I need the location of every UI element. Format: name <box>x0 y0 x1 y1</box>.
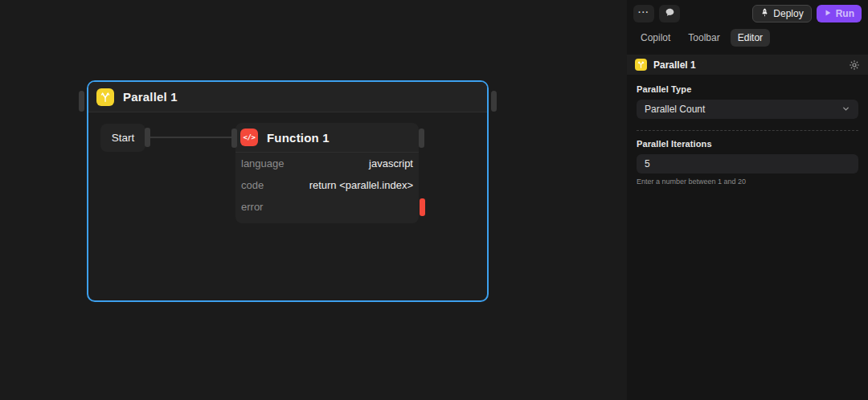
node-settings-button[interactable] <box>849 59 860 71</box>
function-row-code[interactable]: code return <parallel.index> <box>235 174 419 196</box>
chevron-down-icon <box>841 102 850 116</box>
row-value: javascript <box>369 157 413 169</box>
deploy-button-label: Deploy <box>773 8 803 19</box>
parallel-branch-icon <box>635 59 647 71</box>
panel-content: Parallel Type Parallel Count Parallel It… <box>627 75 868 186</box>
parallel-iterations-label: Parallel Iterations <box>637 139 858 149</box>
function-output-handle[interactable] <box>419 129 424 148</box>
panel-toolbar: ··· Deploy <box>627 0 868 22</box>
workflow-canvas[interactable]: Parallel 1 Start </> Function 1 language <box>0 0 627 400</box>
start-node[interactable]: Start <box>100 124 145 152</box>
section-divider <box>637 130 858 131</box>
group-input-handle[interactable] <box>79 91 84 112</box>
selected-node-header[interactable]: Parallel 1 <box>627 55 868 75</box>
run-button[interactable]: Run <box>817 5 862 22</box>
tab-toolbar[interactable]: Toolbar <box>681 29 727 47</box>
chat-icon <box>665 6 675 21</box>
start-output-handle[interactable] <box>145 128 150 147</box>
parallel-type-label: Parallel Type <box>637 84 858 94</box>
parallel-group-title: Parallel 1 <box>123 90 178 104</box>
rocket-icon <box>760 8 769 19</box>
parallel-type-select[interactable]: Parallel Count <box>637 100 858 119</box>
code-icon: </> <box>240 129 258 146</box>
row-value: return <parallel.index> <box>309 179 413 191</box>
row-label: code <box>241 179 264 191</box>
error-output-handle[interactable] <box>420 198 425 216</box>
function-node-header[interactable]: </> Function 1 <box>235 123 419 153</box>
more-options-button[interactable]: ··· <box>633 5 654 22</box>
parallel-type-value: Parallel Count <box>645 104 705 115</box>
function-node[interactable]: </> Function 1 language javascript code … <box>235 123 419 223</box>
parallel-group-node[interactable]: Parallel 1 Start </> Function 1 language <box>87 80 489 302</box>
function-row-language[interactable]: language javascript <box>235 153 419 174</box>
function-node-title: Function 1 <box>267 131 330 145</box>
parallel-branch-icon <box>96 88 114 106</box>
group-output-handle[interactable] <box>491 91 497 112</box>
function-input-handle[interactable] <box>231 129 237 148</box>
chat-button[interactable] <box>659 5 680 22</box>
app-root: Parallel 1 Start </> Function 1 language <box>0 0 868 400</box>
parallel-group-header[interactable]: Parallel 1 <box>88 82 487 112</box>
tab-editor[interactable]: Editor <box>731 29 770 47</box>
function-row-error[interactable]: error <box>235 196 419 218</box>
run-button-label: Run <box>836 8 854 19</box>
parallel-iterations-input[interactable] <box>637 154 858 173</box>
row-label: error <box>241 201 263 213</box>
play-icon <box>824 8 832 19</box>
row-label: language <box>241 157 285 169</box>
parallel-iterations-hint: Enter a number between 1 and 20 <box>637 178 858 186</box>
deploy-button[interactable]: Deploy <box>752 5 811 22</box>
start-node-label: Start <box>112 132 135 144</box>
edge-start-to-function <box>147 137 238 138</box>
panel-tabs: Copilot Toolbar Editor <box>627 22 868 47</box>
editor-panel: ··· Deploy <box>627 0 868 400</box>
tab-copilot[interactable]: Copilot <box>633 29 678 47</box>
selected-node-title: Parallel 1 <box>653 59 696 71</box>
